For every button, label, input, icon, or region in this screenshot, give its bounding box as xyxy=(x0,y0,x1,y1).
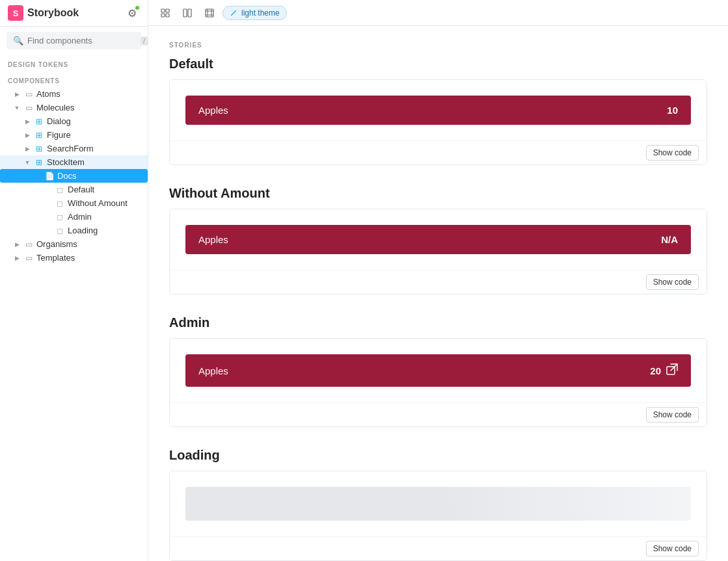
component-icon: ⊞ xyxy=(34,117,44,126)
sidebar-item-molecules[interactable]: ▼ ▭ Molecules xyxy=(0,101,148,114)
story-title: Loading xyxy=(169,448,707,463)
sidebar-item-label: SearchForm xyxy=(47,144,94,153)
sidebar-header: S Storybook ⚙ xyxy=(0,0,148,27)
storybook-logo-icon: S xyxy=(8,5,23,21)
story-section-admin: Admin Apples 20 xyxy=(169,315,707,427)
svg-rect-0 xyxy=(161,9,165,12)
component-icon: ⊞ xyxy=(34,158,44,167)
settings-button[interactable]: ⚙ xyxy=(124,5,140,21)
grid-small-icon xyxy=(161,8,170,18)
sidebar-item-story-loading[interactable]: ▶ ◻ Loading xyxy=(0,224,148,237)
theme-button[interactable]: light theme xyxy=(222,6,287,20)
story-icon: ◻ xyxy=(55,226,65,235)
component-icon: ⊞ xyxy=(34,131,44,140)
stock-item-name: Apples xyxy=(198,365,228,376)
sidebar-item-docs[interactable]: ▶ 📄 Docs xyxy=(0,169,148,183)
folder-icon: ▭ xyxy=(23,103,34,112)
folder-icon: ▭ xyxy=(23,90,34,99)
sidebar-item-searchform[interactable]: ▶ ⊞ SearchForm xyxy=(0,142,148,155)
sidebar-item-templates[interactable]: ▶ ▭ Templates xyxy=(0,251,148,265)
frame-button[interactable] xyxy=(200,4,219,22)
search-shortcut: / xyxy=(141,36,148,46)
show-code-button-without-amount[interactable]: Show code xyxy=(646,274,699,290)
story-icon: ◻ xyxy=(55,199,65,208)
sidebar-item-story-admin[interactable]: ▶ ◻ Admin xyxy=(0,210,148,224)
sidebar-item-figure[interactable]: ▶ ⊞ Figure xyxy=(0,128,148,142)
search-input[interactable] xyxy=(27,36,137,46)
sidebar-item-label: Docs xyxy=(57,171,77,181)
folder-icon: ▭ xyxy=(23,254,34,263)
story-section-without-amount: Without Amount Apples N/A Show code xyxy=(169,186,707,294)
chevron-icon: ▼ xyxy=(13,105,21,111)
stock-item-value: 20 xyxy=(650,363,678,378)
stock-item-name: Apples xyxy=(198,234,228,245)
story-preview xyxy=(170,471,707,536)
chevron-icon: ▶ xyxy=(13,255,21,261)
story-icon: ◻ xyxy=(55,185,65,194)
sidebar-item-label: Loading xyxy=(68,226,98,235)
sidebar-item-organisms[interactable]: ▶ ▭ Organisms xyxy=(0,237,148,251)
show-code-button-admin[interactable]: Show code xyxy=(646,407,699,423)
external-link-icon[interactable] xyxy=(666,363,678,378)
show-code-bar-without-amount: Show code xyxy=(170,270,707,294)
grid-large-button[interactable] xyxy=(178,4,196,22)
pencil-icon xyxy=(230,9,237,17)
search-bar[interactable]: 🔍 / xyxy=(7,32,141,49)
sidebar: S Storybook ⚙ 🔍 / DESIGN TOKENS COMPONEN… xyxy=(0,0,148,561)
story-icon: ◻ xyxy=(55,213,65,222)
settings-badge xyxy=(135,5,140,10)
chevron-icon: ▶ xyxy=(23,146,31,152)
chevron-icon: ▶ xyxy=(13,241,21,248)
frame-icon xyxy=(205,8,214,18)
sidebar-item-atoms[interactable]: ▶ ▭ Atoms xyxy=(0,87,148,101)
sidebar-item-stockitem[interactable]: ▼ ⊞ StockItem xyxy=(0,155,148,169)
story-section-loading: Loading Show code xyxy=(169,448,707,561)
show-code-bar-admin: Show code xyxy=(170,402,707,426)
sidebar-item-label: Organisms xyxy=(36,239,77,249)
show-code-button-default[interactable]: Show code xyxy=(646,145,699,161)
sidebar-item-label: Templates xyxy=(36,253,75,263)
docs-icon: 📄 xyxy=(44,172,55,181)
sidebar-item-label: StockItem xyxy=(47,157,85,167)
svg-rect-4 xyxy=(183,9,187,17)
sidebar-title: Storybook xyxy=(27,7,79,19)
show-code-bar-loading: Show code xyxy=(170,536,707,560)
theme-label: light theme xyxy=(241,8,280,18)
sidebar-item-label: Atoms xyxy=(36,89,61,99)
sidebar-item-story-without-amount[interactable]: ▶ ◻ Without Amount xyxy=(0,196,148,210)
sidebar-logo: S Storybook xyxy=(8,5,79,21)
stories-label: STORIES xyxy=(169,42,707,49)
story-card-default: Apples 10 Show code xyxy=(169,79,707,165)
chevron-icon: ▶ xyxy=(23,132,31,138)
sidebar-item-label: Admin xyxy=(68,212,92,222)
stock-item-value: 10 xyxy=(667,105,678,116)
chevron-icon: ▶ xyxy=(13,91,21,98)
sidebar-item-label: Figure xyxy=(47,130,71,140)
chevron-icon: ▼ xyxy=(23,159,31,166)
stock-item-value: N/A xyxy=(661,234,678,245)
svg-rect-5 xyxy=(188,9,191,17)
components-section: COMPONENTS xyxy=(0,71,148,87)
story-title: Admin xyxy=(169,315,707,330)
sidebar-item-dialog[interactable]: ▶ ⊞ Dialog xyxy=(0,114,148,128)
sidebar-item-label: Dialog xyxy=(47,116,71,126)
content-area: STORIES Default Apples 10 Show code With… xyxy=(148,26,728,561)
story-card-admin: Apples 20 xyxy=(169,338,707,427)
chevron-icon: ▶ xyxy=(23,118,31,125)
sidebar-item-label: Molecules xyxy=(36,103,75,112)
search-icon: 🔍 xyxy=(13,36,23,46)
show-code-bar-default: Show code xyxy=(170,140,707,164)
story-card-loading: Show code xyxy=(169,471,707,561)
stock-item-name: Apples xyxy=(198,105,228,116)
sidebar-item-story-default[interactable]: ▶ ◻ Default xyxy=(0,183,148,196)
toolbar: light theme xyxy=(148,0,728,26)
story-preview: Apples N/A xyxy=(170,209,707,270)
component-icon: ⊞ xyxy=(34,144,44,153)
stock-item-without-amount: Apples N/A xyxy=(185,225,691,254)
grid-small-button[interactable] xyxy=(156,4,174,22)
show-code-button-loading[interactable]: Show code xyxy=(646,541,699,556)
svg-rect-1 xyxy=(166,9,169,12)
story-preview: Apples 10 xyxy=(170,80,707,140)
story-card-without-amount: Apples N/A Show code xyxy=(169,209,707,294)
stock-item-default: Apples 10 xyxy=(185,96,691,125)
